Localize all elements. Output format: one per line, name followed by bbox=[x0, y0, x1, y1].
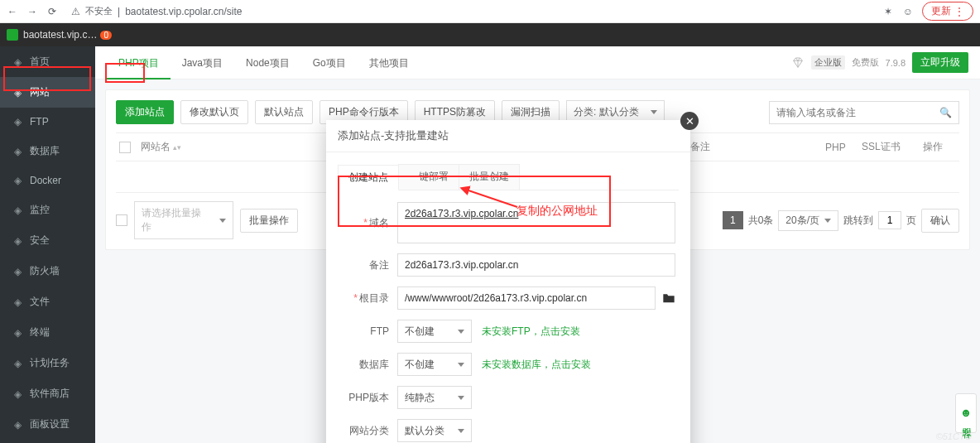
favicon-icon bbox=[7, 29, 18, 41]
search-input[interactable] bbox=[776, 107, 939, 118]
sidebar-item-database[interactable]: ◈数据库 bbox=[0, 136, 95, 166]
address-bar[interactable]: ⚠ 不安全 | baotatest.vip.cpolar.cn/site bbox=[71, 5, 243, 17]
sidebar-item-store[interactable]: ◈软件商店 bbox=[0, 378, 95, 409]
sidebar-item-firewall[interactable]: ◈防火墙 bbox=[0, 256, 95, 287]
chevron-down-icon bbox=[824, 219, 831, 223]
sidebar-item-docker[interactable]: ◈Docker bbox=[0, 166, 95, 195]
select-all-checkbox[interactable] bbox=[119, 142, 131, 153]
profile-icon[interactable]: ☺ bbox=[902, 6, 914, 17]
db-install-link[interactable]: 未安装数据库，点击安装 bbox=[482, 358, 591, 372]
url-text: baotatest.vip.cpolar.cn/site bbox=[125, 6, 242, 17]
menu-icon: ⋮ bbox=[954, 6, 964, 17]
watermark: ©51CTO bbox=[936, 431, 972, 441]
page-jump-input[interactable] bbox=[878, 211, 901, 229]
project-tab[interactable]: Go项目 bbox=[301, 46, 358, 79]
annotation-label: 复制的公网地址 bbox=[516, 204, 598, 219]
root-dir-input[interactable]: /www/wwwroot/2d26a173.r3.vip.cpolar.cn bbox=[397, 287, 656, 310]
back-icon[interactable]: ← bbox=[7, 6, 18, 17]
batch-select[interactable]: 请选择批量操作 bbox=[134, 201, 233, 239]
site-category-select[interactable]: 默认分类 bbox=[397, 419, 472, 442]
project-tab[interactable]: Java项目 bbox=[171, 46, 234, 79]
cloud-icon: ◈ bbox=[12, 116, 23, 128]
php-version-select[interactable]: 纯静态 bbox=[397, 386, 472, 409]
sort-icon[interactable]: ▴▾ bbox=[173, 143, 181, 152]
project-tab[interactable]: 其他项目 bbox=[358, 46, 420, 79]
folder-icon[interactable] bbox=[662, 292, 675, 304]
modal-title: 添加站点-支持批量建站 bbox=[326, 120, 690, 152]
insecure-icon: ⚠ bbox=[71, 6, 80, 17]
sidebar-item-cloud[interactable]: ◈FTP bbox=[0, 108, 95, 136]
shield-icon: ◈ bbox=[12, 235, 23, 247]
chevron-down-icon bbox=[219, 219, 226, 223]
notification-badge: 0 bbox=[100, 31, 112, 40]
browser-update-button[interactable]: 更新 ⋮ bbox=[922, 2, 973, 21]
sidebar-item-exit[interactable]: ◈退出 bbox=[0, 440, 95, 443]
insecure-label: 不安全 bbox=[85, 5, 113, 17]
version-label: 7.9.8 bbox=[886, 58, 906, 68]
chevron-down-icon bbox=[458, 396, 464, 400]
clock-icon: ◈ bbox=[12, 358, 23, 369]
search-icon[interactable]: 🔍 bbox=[939, 107, 952, 118]
gear-icon: ◈ bbox=[12, 419, 23, 431]
forward-icon[interactable]: → bbox=[26, 6, 38, 17]
terminal-icon: ◈ bbox=[12, 327, 23, 339]
chevron-down-icon bbox=[651, 110, 657, 114]
extension-icon[interactable]: ✶ bbox=[882, 6, 894, 17]
home-icon: ◈ bbox=[12, 56, 23, 68]
modal-tab[interactable]: 创建站点 bbox=[338, 165, 399, 190]
upgrade-button[interactable]: 立即升级 bbox=[912, 52, 968, 73]
svg-line-0 bbox=[466, 190, 517, 207]
reload-icon[interactable]: ⟳ bbox=[46, 6, 58, 17]
tab-title: baotatest.vip.c… bbox=[23, 29, 97, 41]
globe-icon: ◈ bbox=[12, 87, 23, 99]
chevron-down-icon bbox=[458, 429, 464, 433]
project-tab[interactable]: PHP项目 bbox=[107, 46, 171, 79]
search-box[interactable]: 🔍 bbox=[769, 101, 959, 124]
select-all-checkbox-bottom[interactable] bbox=[116, 214, 127, 226]
browser-toolbar: ← → ⟳ ⚠ 不安全 | baotatest.vip.cpolar.cn/si… bbox=[0, 0, 980, 23]
sidebar-item-globe[interactable]: ◈网站 bbox=[0, 77, 95, 108]
sidebar-item-terminal[interactable]: ◈终端 bbox=[0, 317, 95, 348]
modal-tab[interactable]: 一键部署 bbox=[398, 164, 459, 190]
store-icon: ◈ bbox=[12, 388, 23, 400]
default-site-button[interactable]: 默认站点 bbox=[255, 100, 313, 124]
docker-icon: ◈ bbox=[12, 175, 23, 186]
database-icon: ◈ bbox=[12, 146, 23, 157]
close-icon[interactable]: ✕ bbox=[680, 112, 699, 130]
modify-default-page-button[interactable]: 修改默认页 bbox=[180, 100, 248, 124]
free-label: 免费版 bbox=[852, 56, 879, 69]
firewall-icon: ◈ bbox=[12, 266, 23, 277]
ftp-select[interactable]: 不创建 bbox=[397, 320, 472, 343]
chevron-down-icon bbox=[458, 330, 464, 334]
db-select[interactable]: 不创建 bbox=[397, 353, 472, 376]
project-tabs: PHP项目Java项目Node项目Go项目其他项目 企业版 免费版 7.9.8 … bbox=[95, 46, 980, 79]
sidebar-item-file[interactable]: ◈文件 bbox=[0, 287, 95, 317]
sidebar: ◈首页◈网站◈FTP◈数据库◈Docker◈监控◈安全◈防火墙◈文件◈终端◈计划… bbox=[0, 46, 95, 443]
sidebar-item-shield[interactable]: ◈安全 bbox=[0, 225, 95, 256]
file-icon: ◈ bbox=[12, 296, 23, 308]
sidebar-item-monitor[interactable]: ◈监控 bbox=[0, 195, 95, 225]
project-tab[interactable]: Node项目 bbox=[234, 46, 301, 79]
monitor-icon: ◈ bbox=[12, 205, 23, 216]
sidebar-item-home[interactable]: ◈首页 bbox=[0, 46, 95, 77]
page-jump-button[interactable]: 确认 bbox=[921, 209, 959, 233]
page-current[interactable]: 1 bbox=[723, 211, 743, 229]
remark-input[interactable]: 2d26a173.r3.vip.cpolar.cn bbox=[397, 253, 675, 277]
add-site-modal: ✕ 添加站点-支持批量建站 创建站点一键部署批量创建 *域名 2d26a173.… bbox=[326, 120, 690, 443]
diamond-icon bbox=[791, 56, 805, 70]
page-size-select[interactable]: 20条/页 bbox=[778, 210, 838, 231]
enterprise-badge: 企业版 bbox=[811, 55, 845, 70]
sidebar-item-gear[interactable]: ◈面板设置 bbox=[0, 409, 95, 440]
add-site-button[interactable]: 添加站点 bbox=[116, 100, 174, 124]
ftp-install-link[interactable]: 未安装FTP，点击安装 bbox=[482, 325, 580, 339]
browser-tab[interactable]: baotatest.vip.c… 0 bbox=[0, 23, 980, 46]
chevron-down-icon bbox=[458, 363, 464, 367]
batch-action-button[interactable]: 批量操作 bbox=[240, 209, 298, 233]
sidebar-item-clock[interactable]: ◈计划任务 bbox=[0, 348, 95, 378]
page-total: 共0条 bbox=[748, 214, 774, 228]
customer-service-button[interactable]: ☻ 客服 bbox=[955, 393, 977, 433]
annotation-arrow bbox=[459, 186, 526, 214]
